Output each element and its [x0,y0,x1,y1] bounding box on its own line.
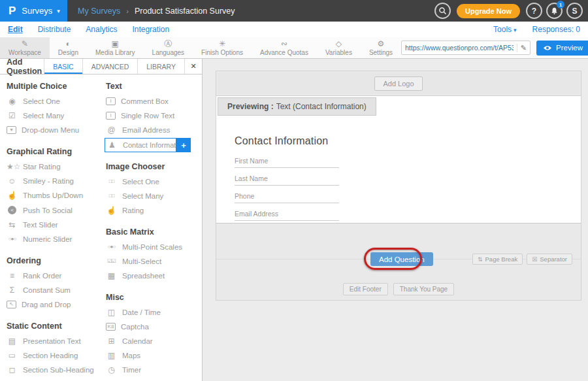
add-question-panel-header: Add Question BASICADVANCEDLIBRARY ✕ [0,59,202,75]
question-type-label: Drop-down Menu [22,126,79,134]
nav-tab-analytics[interactable]: Analytics [86,25,117,34]
search-button[interactable] [434,3,451,19]
timer-stopwatch-icon: ◷ [106,366,117,374]
question-type-spreadsheet[interactable]: ▦Spreadsheet [105,269,197,283]
group-header-basic-matrix: Basic Matrix [106,227,197,237]
avatar[interactable]: S [566,3,583,19]
question-group-image-chooser: Image Chooser□□Select One□□Select Many☝R… [105,162,197,218]
close-icon: ✕ [190,62,196,71]
toolbar-item-settings[interactable]: ⚙Settings [361,37,401,58]
toolbar-item-workspace[interactable]: ✎Workspace [0,37,50,58]
question-type-section-sub-heading[interactable]: ◻Section Sub-Heading [5,363,105,377]
question-type-multi-point-scales[interactable]: ○●○Multi-Point Scales [105,240,197,254]
breadcrumb-my-surveys[interactable]: My Surveys [78,7,120,16]
date-time-icon: ◫ [106,308,117,316]
product-switcher[interactable]: P Surveys ▾ [0,0,67,22]
contact-field-first-name[interactable] [235,154,339,168]
add-question-panel: Add Question BASICADVANCEDLIBRARY ✕ Mult… [0,59,203,381]
help-button[interactable]: ? [526,3,542,19]
question-type-section-heading[interactable]: ▭Section Heading [5,348,105,363]
push-to-social-icon: < [8,206,16,214]
question-type-email-address[interactable]: @Email Address [105,123,197,137]
question-type-label: Comment Box [121,97,169,105]
page-break-button[interactable]: ⇅ Page Break [472,254,523,265]
nav-tab-edit[interactable]: Edit [8,25,23,34]
question-type-rank-order[interactable]: ≡Rank Order [5,269,105,283]
question-type-rating[interactable]: ☝Rating [105,203,197,218]
notifications-button[interactable]: 1 [546,3,563,19]
question-type-maps[interactable]: ▥Maps [105,348,197,363]
question-type-constant-sum[interactable]: ΣConstant Sum [5,283,105,297]
question-type-select-one[interactable]: ◉Select One [5,94,105,108]
numeric-slider-icon: ○●○ [7,237,18,242]
row-right-buttons: ⇅ Page Break ☒ Separator [472,254,572,265]
question-type-thumbs-up-down[interactable]: ☝Thumbs Up/Down [5,188,105,203]
toolbar-item-advance-quotas[interactable]: ∾Advance Quotas [252,37,317,58]
question-type-drag-and-drop[interactable]: ↖Drag and Drop [5,297,105,312]
question-type-captcha[interactable]: K8Captcha [105,320,197,334]
question-group-static-content: Static Content▤Presentation Text▭Section… [5,322,105,377]
edit-url-icon[interactable]: ✎ [517,44,530,52]
survey-url-input[interactable] [402,44,517,52]
toolbar-item-finish-options[interactable]: ✳Finish Options [193,37,252,58]
question-type-select-one[interactable]: □□Select One [105,174,197,189]
question-type-smiley-rating[interactable]: ☺Smiley - Rating [5,174,105,188]
question-type-column-1: Multiple Choice◉Select One☑Select Many▾D… [5,76,105,377]
section-heading-icon: ▭ [7,352,18,359]
edit-footer-button[interactable]: Edit Footer [343,283,388,295]
contact-field-phone[interactable] [235,189,339,203]
subnav-tabs: EditDistributeAnalyticsIntegration [8,25,184,34]
question-type-numeric-slider[interactable]: ○●○Numeric Slider [5,232,105,246]
question-type-single-row-text[interactable]: ISingle Row Text [105,108,197,123]
multi-select-icon: ☑☑ [106,259,117,264]
thank-you-page-button[interactable]: Thank You Page [393,283,454,295]
settings-gear-icon: ⚙ [378,40,385,48]
breadcrumb-separator: › [126,7,129,15]
toolbar-item-design[interactable]: ◐Design [50,37,87,58]
question-type-select-many[interactable]: □□Select Many [105,189,197,203]
toolbar-item-variables[interactable]: ◇Variables [317,37,361,58]
question-type-select-many[interactable]: ☑Select Many [5,108,105,123]
close-panel-button[interactable]: ✕ [184,59,202,74]
question-type-star-rating[interactable]: ★☆Star Rating [5,159,105,174]
nav-tab-integration[interactable]: Integration [132,25,169,34]
question-type-label: Section Sub-Heading [23,366,94,374]
panel-tab-advanced[interactable]: ADVANCED [82,59,138,74]
question-type-comment-box[interactable]: IComment Box [105,94,197,108]
question-type-push-to-social[interactable]: <Push To Social [5,203,105,218]
separator-button[interactable]: ☒ Separator [527,254,572,265]
add-contact-information-button[interactable]: + [176,138,191,152]
panel-tab-library[interactable]: LIBRARY [137,59,184,74]
question-type-calendar[interactable]: ⊞Calendar [105,334,197,348]
breadcrumb: My Surveys › Product Satisfaction Survey [78,7,235,16]
question-type-text-slider[interactable]: ⇆Text Slider [5,218,105,232]
constant-sum-sigma-icon: Σ [7,286,18,294]
question-type-drop-down-menu[interactable]: ▾Drop-down Menu [5,123,105,137]
upgrade-now-button[interactable]: Upgrade Now [457,4,520,18]
question-type-contact-information[interactable]: ♟Contact Information+ [105,138,176,152]
responses-count[interactable]: Responses: 0 [532,25,580,34]
question-type-date-time[interactable]: ◫Date / Time [105,305,197,320]
nav-tab-distribute[interactable]: Distribute [38,25,71,34]
questionpro-logo: P [8,5,16,16]
contact-field-email-address[interactable] [235,207,339,221]
product-name: Surveys [22,6,52,16]
add-logo-button[interactable]: Add Logo [374,76,422,91]
add-question-button[interactable]: Add Question [370,252,433,266]
toolbar-item-label: Variables [325,49,352,56]
question-type-label: Email Address [122,126,171,134]
question-type-timer[interactable]: ◷Timer [105,363,197,377]
tools-menu[interactable]: Tools▾ [493,25,517,34]
toolbar-item-media-library[interactable]: ▣Media Library [87,37,144,58]
contact-field-last-name[interactable] [235,171,339,186]
group-header-image-chooser: Image Chooser [106,162,197,171]
panel-tab-basic[interactable]: BASIC [44,59,82,74]
survey-toolbar: ✎Workspace◐Design▣Media LibraryⒶLanguage… [0,37,588,59]
question-type-presentation-text[interactable]: ▤Presentation Text [5,334,105,348]
question-type-label: Text Slider [23,221,58,229]
toolbar-item-languages[interactable]: ⒶLanguages [144,37,193,58]
preview-button[interactable]: Preview [536,41,588,56]
toolbar-item-label: Languages [152,49,185,56]
finish-options-wand-icon: ✳ [219,40,225,48]
question-type-multi-select[interactable]: ☑☑Multi-Select [105,254,197,269]
